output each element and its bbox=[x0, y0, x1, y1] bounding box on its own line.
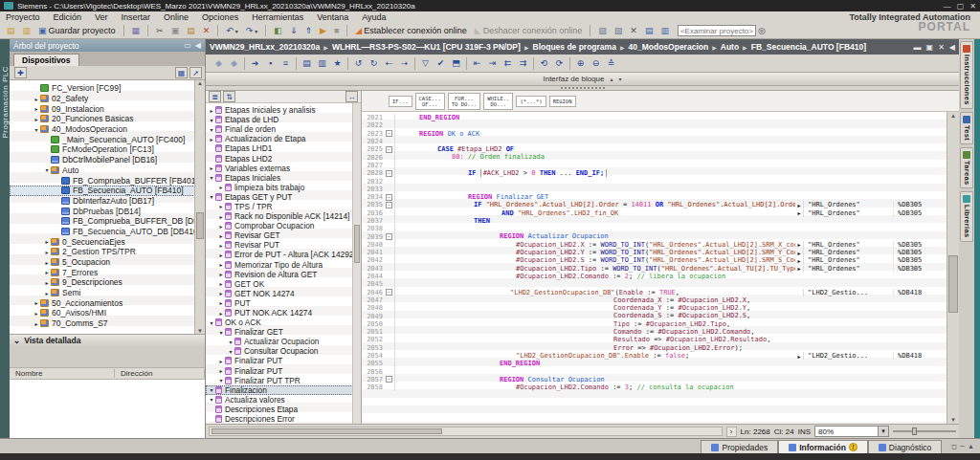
snippet-case-button[interactable]: CASE...OF... bbox=[415, 93, 445, 110]
code-text[interactable] bbox=[394, 138, 795, 145]
task-card-test[interactable]: Test bbox=[960, 112, 973, 144]
float-panel-icon[interactable]: ▭ bbox=[184, 41, 191, 50]
inspector-expand-icon[interactable]: ▲ bbox=[968, 443, 974, 450]
collapsed-arrow-icon[interactable]: ▸ bbox=[217, 290, 225, 296]
goto-previous-icon[interactable]: ⇤ bbox=[470, 56, 484, 71]
block-interface-icon[interactable]: ▤ bbox=[300, 56, 314, 71]
expanded-arrow-icon[interactable]: ▾ bbox=[208, 174, 215, 181]
code-text[interactable] bbox=[394, 162, 795, 169]
snippet--button[interactable]: (*...*) bbox=[516, 96, 546, 107]
download-to-device-button[interactable]: ⇓ bbox=[287, 24, 301, 37]
fold-collapse-icon[interactable]: − bbox=[386, 376, 392, 383]
region-nav-item[interactable]: ▸Actualizacion de Etapa bbox=[206, 134, 361, 143]
project-tree-item[interactable]: ▸9_Descripciones bbox=[10, 277, 205, 288]
expanded-arrow-icon[interactable]: ▾ bbox=[217, 377, 225, 383]
menu-opciones[interactable]: Opciones bbox=[202, 12, 238, 22]
plc-programming-vertical-tab[interactable]: Programación PLC bbox=[1, 66, 10, 139]
save-project-button[interactable]: ▣Guardar proyecto bbox=[35, 24, 119, 37]
insert-row-icon[interactable]: ➜ bbox=[248, 56, 262, 71]
inspector-float-icon[interactable]: ◻ bbox=[951, 443, 957, 450]
region-nav-item[interactable]: ▸PUT NOK ACK 14274 bbox=[206, 308, 361, 318]
collapsed-arrow-icon[interactable]: ▸ bbox=[33, 310, 40, 317]
scroll-down-icon[interactable]: ▼ bbox=[195, 328, 205, 334]
project-tree-item[interactable]: ▸7_Errores bbox=[10, 267, 205, 277]
region-nav-item[interactable]: ▸Etapas Iniciales y analisis bbox=[206, 105, 361, 115]
fold-collapse-icon[interactable]: − bbox=[386, 233, 392, 240]
region-nav-item[interactable]: ▾Finalizacion bbox=[206, 385, 361, 395]
region-nav-item[interactable]: Etapas LHD2 bbox=[206, 153, 361, 163]
menu-insertar[interactable]: Insertar bbox=[122, 12, 151, 22]
layout-options-icon[interactable]: ▥ bbox=[315, 56, 329, 71]
menu-ventana[interactable]: Ventana bbox=[317, 12, 348, 22]
region-nav-item[interactable]: ▾Finalizar GET bbox=[206, 327, 361, 337]
scrollbar-thumb[interactable] bbox=[354, 225, 360, 263]
symbol-name[interactable]: "HRL_Ordenes" bbox=[804, 201, 893, 208]
project-tree-item[interactable]: FcModeOperation [FC13] bbox=[10, 144, 205, 155]
goto-next-icon[interactable]: ⇥ bbox=[485, 56, 500, 71]
tab-diagnóstico[interactable]: Diagnóstico bbox=[868, 440, 942, 453]
fold-collapse-icon[interactable]: − bbox=[386, 202, 392, 208]
network-view-icon[interactable]: ≡ bbox=[278, 56, 293, 71]
code-text[interactable] bbox=[394, 186, 795, 193]
project-tree-item[interactable]: ▾40_ModosOperacion bbox=[10, 124, 205, 135]
compare-offline-icon[interactable]: ◆ bbox=[212, 56, 226, 71]
chevron-down-icon[interactable]: ▼ bbox=[878, 427, 888, 436]
detail-view-header[interactable]: ⌄ Vista detallada bbox=[10, 334, 205, 346]
collapsed-arrow-icon[interactable]: ▸ bbox=[217, 271, 225, 277]
collapsed-arrow-icon[interactable]: ▸ bbox=[217, 310, 225, 317]
code-text[interactable]: Coordenada_X := #Ocupacion_LHD2.X, bbox=[394, 296, 795, 304]
upload-from-device-button[interactable]: ⇑ bbox=[301, 24, 315, 37]
zoom-slider[interactable] bbox=[893, 427, 956, 436]
code-text[interactable]: Comando := #Ocupacion_LHD2.Comando, bbox=[394, 328, 795, 336]
code-text[interactable]: END_REGION bbox=[394, 114, 795, 121]
code-text[interactable]: REGION Consultar Ocupacion bbox=[394, 376, 795, 383]
snippet-if-button[interactable]: IF... bbox=[389, 96, 412, 107]
code-text[interactable]: #Ocupacion_LHD2.Y := WORD_TO_INT("HRL_Or… bbox=[394, 249, 795, 256]
tab-dispositivos[interactable]: Dispositivos bbox=[13, 54, 79, 66]
minimize-icon[interactable]: — bbox=[944, 2, 951, 11]
region-nav-item[interactable]: ▸GET NOK 14274 bbox=[206, 289, 361, 298]
region-nav-item[interactable]: ▸Revisar PUT bbox=[206, 240, 361, 250]
collapsed-arrow-icon[interactable]: ▸ bbox=[217, 223, 225, 230]
code-text[interactable]: REGION Finalizar GET bbox=[394, 193, 795, 201]
region-nav-item[interactable]: ▸GET OK bbox=[206, 279, 361, 289]
left-task-card-strip[interactable]: Programación PLC bbox=[0, 39, 10, 438]
open-project-button[interactable]: ▥ bbox=[20, 24, 34, 37]
project-tree-scrollbar[interactable]: ▲ ▼ bbox=[194, 80, 205, 334]
scrollbar-thumb[interactable] bbox=[212, 428, 442, 434]
snapshot-icon[interactable]: ⟳ bbox=[552, 56, 567, 71]
region-nav-item[interactable]: ▾Etapas GET y PUT bbox=[206, 192, 361, 202]
paste-button[interactable]: ▤ bbox=[184, 24, 198, 37]
collapse-all-icon[interactable]: ⇅ bbox=[223, 91, 235, 102]
region-nav-item[interactable]: ▾Consultar Ocupacion bbox=[206, 346, 361, 356]
code-horizontal-scrollbar[interactable] bbox=[209, 427, 723, 436]
compile-button[interactable]: ◧ bbox=[271, 24, 285, 37]
collapse-panel-icon[interactable]: ◀ bbox=[195, 41, 201, 50]
code-text[interactable]: "LHD2_GestionOcupacion_DB"(Enable := TRU… bbox=[394, 289, 795, 296]
region-nav-item[interactable]: ▸TPS / TPR bbox=[206, 202, 361, 211]
cut-button[interactable]: ✂ bbox=[153, 24, 167, 37]
inspector-minimize-icon[interactable]: ─ bbox=[960, 443, 965, 450]
breadcrumb-item[interactable]: Bloques de programa bbox=[533, 42, 616, 52]
go-offline-button[interactable]: ◣Deshacer conexión online bbox=[472, 24, 586, 37]
split-editor-horizontal-button[interactable]: ▤ bbox=[642, 24, 657, 37]
scrollbar-thumb[interactable] bbox=[196, 212, 204, 239]
remove-split-button[interactable]: ✕ bbox=[627, 24, 640, 37]
check-consistency-icon[interactable]: ✔ bbox=[434, 56, 448, 71]
comments-toggle-icon[interactable]: ⊖ bbox=[589, 56, 603, 71]
absolute-operands-icon[interactable]: ⊕ bbox=[573, 56, 588, 71]
region-nav-item[interactable]: ▾Actualiza valores bbox=[206, 395, 361, 405]
project-tree-item[interactable]: FC_Version [FC99] bbox=[10, 83, 205, 94]
region-nav-item[interactable]: ▸Comprobar Ocupacion bbox=[206, 221, 361, 230]
expanded-arrow-icon[interactable]: ▾ bbox=[43, 166, 51, 173]
editor-minimize-icon[interactable]: ▬ bbox=[914, 43, 922, 52]
region-nav-item[interactable]: Descripciones Error bbox=[206, 414, 361, 424]
code-text[interactable] bbox=[394, 121, 795, 129]
slider-thumb[interactable] bbox=[912, 427, 917, 435]
project-tree-item[interactable]: ▸5_Ocupacion bbox=[10, 257, 205, 268]
region-nav-item[interactable]: ▸Variables externas bbox=[206, 164, 361, 173]
symbol-name[interactable]: "HRL_Ordenes" bbox=[804, 209, 893, 217]
maximize-icon[interactable]: ▢ bbox=[957, 2, 965, 11]
fold-collapse-icon[interactable]: − bbox=[386, 194, 392, 201]
region-nav-item[interactable]: ▸Error de PUT - Altura [ACK 14292] bbox=[206, 250, 361, 259]
